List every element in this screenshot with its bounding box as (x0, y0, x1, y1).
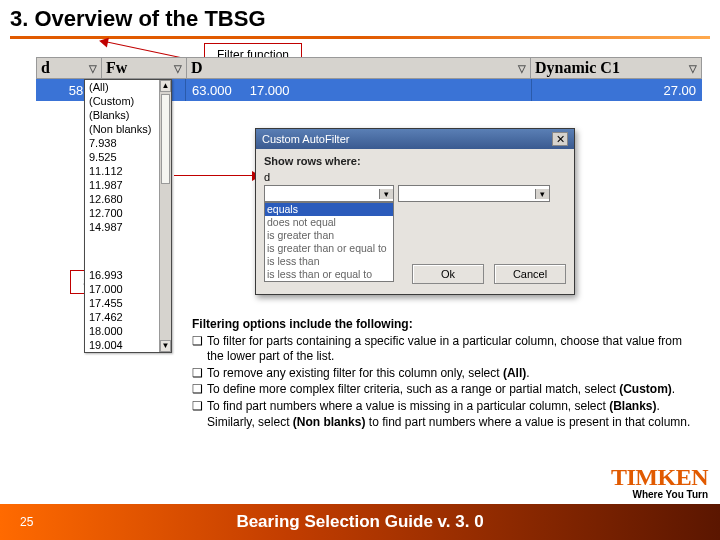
footer-title: Bearing Selection Guide v. 3. 0 (236, 512, 483, 532)
ok-button[interactable]: Ok (412, 264, 484, 284)
logo-tagline: Where You Turn (611, 489, 708, 500)
autofilter-dialog: Custom AutoFilter ✕ Show rows where: d ▾… (255, 128, 575, 295)
sort-filter-icon[interactable]: ▽ (89, 63, 97, 74)
brand-logo: TIMKEN Where You Turn (611, 467, 708, 500)
list-item[interactable]: is greater than or equal to (265, 242, 393, 255)
bullet-icon: ❑ (192, 399, 203, 430)
condition-combobox[interactable]: ▾ (264, 185, 394, 202)
arrow (174, 175, 264, 176)
dialog-field-label: d (264, 171, 566, 183)
list-item[interactable]: does not equal (265, 216, 393, 229)
scrollbar-thumb[interactable] (161, 94, 170, 184)
value-combobox[interactable]: ▾ (398, 185, 550, 202)
slide-content: Filter function Sort function d▽ Fw▽ D▽ … (0, 43, 720, 483)
col-label: Fw (106, 59, 127, 77)
filter-dropdown[interactable]: (All) (Custom) (Blanks) (Non blanks) 7.9… (84, 79, 172, 353)
col-header-dynamic[interactable]: D▽ (187, 58, 531, 78)
logo-name: TIMKEN (611, 467, 708, 489)
grid-header-row: d▽ Fw▽ D▽ Dynamic C1▽ (36, 57, 702, 79)
chevron-down-icon[interactable]: ▾ (379, 189, 393, 199)
bullet-icon: ❑ (192, 382, 203, 398)
dialog-titlebar[interactable]: Custom AutoFilter ✕ (256, 129, 574, 149)
col-label: D (191, 59, 203, 77)
col-header-d[interactable]: d▽ (37, 58, 102, 78)
bullet-text: To remove any existing filter for this c… (207, 366, 530, 382)
scroll-up-icon[interactable]: ▲ (160, 80, 171, 92)
sort-filter-icon[interactable]: ▽ (689, 63, 697, 74)
cell: 27.00 (532, 79, 702, 101)
bullet-text: To define more complex filter criteria, … (207, 382, 675, 398)
sort-filter-icon[interactable]: ▽ (518, 63, 526, 74)
scrollbar[interactable]: ▲ ▼ (159, 80, 171, 352)
list-item[interactable]: is less than or equal to (265, 268, 393, 281)
explain-heading: Filtering options include the following: (192, 317, 700, 333)
scroll-down-icon[interactable]: ▼ (160, 340, 171, 352)
cancel-button[interactable]: Cancel (494, 264, 566, 284)
condition-combobox-list[interactable]: equals does not equal is greater than is… (264, 202, 394, 282)
footer-bar: 25 Bearing Selection Guide v. 3. 0 (0, 504, 720, 540)
list-item[interactable]: is greater than (265, 229, 393, 242)
list-item[interactable]: is less than (265, 255, 393, 268)
col-label: d (41, 59, 50, 77)
bullet-icon: ❑ (192, 366, 203, 382)
slide-number: 25 (20, 515, 33, 529)
sort-filter-icon[interactable]: ▽ (174, 63, 182, 74)
chevron-down-icon[interactable]: ▾ (535, 189, 549, 199)
col-header-fw[interactable]: Fw▽ (102, 58, 187, 78)
page-title: 3. Overview of the TBSG (10, 6, 710, 32)
bullet-text: To find part numbers where a value is mi… (207, 399, 700, 430)
col-header-dynamic-c1[interactable]: Dynamic C1▽ (531, 58, 701, 78)
dialog-title: Custom AutoFilter (262, 133, 349, 145)
explanation-text: Filtering options include the following:… (192, 317, 700, 430)
dialog-showrows-label: Show rows where: (264, 155, 566, 167)
bullet-text: To filter for parts containing a specifi… (207, 334, 700, 365)
list-item[interactable]: equals (265, 203, 393, 216)
col-label: Dynamic C1 (535, 59, 620, 77)
cell: 63.00017.000 (186, 79, 532, 101)
title-rule (10, 36, 710, 39)
bullet-icon: ❑ (192, 334, 203, 365)
close-icon[interactable]: ✕ (552, 132, 568, 146)
